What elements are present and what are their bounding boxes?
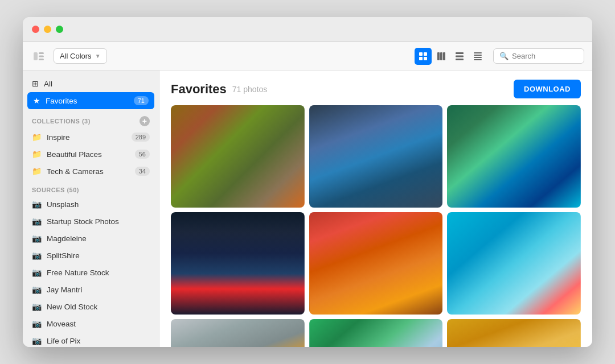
color-filter-label: All Colors — [60, 52, 92, 60]
view-grid-small-button[interactable] — [451, 48, 468, 65]
sidebar-item-life-of-pix[interactable]: 📷 Life of Pix — [23, 332, 159, 347]
chevron-down-icon: ▼ — [95, 53, 101, 59]
sidebar-item-inspire[interactable]: 📁 Inspire 289 — [23, 129, 159, 146]
svg-rect-14 — [474, 52, 482, 53]
sidebar-item-jay-mantri[interactable]: 📷 Jay Mantri — [23, 281, 159, 298]
camera-icon: 📷 — [32, 336, 42, 345]
tech-cameras-label: Tech & Cameras — [47, 167, 130, 176]
page-title: Favorites — [171, 82, 227, 97]
folder-icon: 📁 — [32, 133, 42, 142]
photo-item[interactable] — [447, 212, 581, 315]
photo-thumbnail — [309, 319, 443, 347]
view-grid-large-button[interactable] — [415, 48, 432, 65]
sidebar-all-label: All — [44, 80, 150, 88]
svg-rect-6 — [419, 57, 423, 60]
camera-icon: 📷 — [32, 251, 42, 260]
photo-item[interactable] — [309, 319, 443, 347]
collections-header: COLLECTIONS (3) + — [23, 109, 159, 129]
page-subtitle: 71 photos — [232, 85, 268, 94]
photo-item[interactable] — [171, 105, 305, 208]
sidebar-toggle-button[interactable] — [31, 48, 47, 64]
photo-item[interactable] — [171, 319, 305, 347]
svg-rect-17 — [474, 59, 482, 60]
toolbar: All Colors ▼ — [23, 42, 592, 71]
window-controls — [32, 26, 63, 33]
view-controls — [415, 48, 486, 65]
sidebar-item-free-nature[interactable]: 📷 Free Nature Stock — [23, 264, 159, 281]
camera-icon: 📷 — [32, 217, 42, 226]
main-header: Favorites 71 photos DOWNLOAD — [159, 71, 592, 105]
camera-icon: 📷 — [32, 285, 42, 294]
download-button[interactable]: DOWNLOAD — [514, 80, 581, 98]
beautiful-places-label: Beautiful Places — [47, 150, 130, 159]
sidebar-item-favorites[interactable]: ★ Favorites 71 — [27, 92, 154, 109]
photo-item[interactable] — [309, 212, 443, 315]
sidebar-item-moveast[interactable]: 📷 Moveast — [23, 315, 159, 332]
camera-icon: 📷 — [32, 268, 42, 277]
svg-rect-11 — [456, 52, 464, 54]
camera-icon: 📷 — [32, 319, 42, 328]
sidebar-item-splitshire[interactable]: 📷 SplitShire — [23, 247, 159, 264]
sidebar-favorites-label: Favorites — [46, 97, 129, 105]
svg-rect-0 — [34, 52, 38, 60]
beautiful-places-badge: 56 — [135, 150, 150, 159]
sidebar-item-beautiful-places[interactable]: 📁 Beautiful Places 56 — [23, 146, 159, 163]
svg-rect-8 — [437, 52, 440, 60]
search-icon: 🔍 — [499, 52, 509, 60]
main-content: Favorites 71 photos DOWNLOAD — [159, 71, 592, 347]
photo-item[interactable] — [447, 319, 581, 347]
camera-icon: 📷 — [32, 302, 42, 311]
svg-rect-3 — [39, 59, 44, 60]
sidebar-item-new-old-stock[interactable]: 📷 New Old Stock — [23, 298, 159, 315]
svg-rect-7 — [424, 57, 427, 60]
photo-item[interactable] — [171, 212, 305, 315]
folder-icon: 📁 — [32, 150, 42, 159]
minimize-button[interactable] — [44, 26, 51, 33]
photo-thumbnail — [171, 105, 305, 208]
photo-thumbnail — [309, 212, 443, 315]
camera-icon: 📷 — [32, 200, 42, 209]
favorites-badge: 71 — [134, 96, 149, 105]
svg-rect-16 — [474, 57, 482, 58]
svg-rect-12 — [456, 55, 464, 57]
sidebar-item-magdeleine[interactable]: 📷 Magdeleine — [23, 230, 159, 247]
photo-thumbnail — [447, 319, 581, 347]
camera-icon: 📷 — [32, 234, 42, 243]
photo-item[interactable] — [309, 105, 443, 208]
color-filter-dropdown[interactable]: All Colors ▼ — [54, 48, 107, 64]
svg-rect-10 — [443, 52, 445, 60]
content-area: ⊞ All ★ Favorites 71 COLLECTIONS (3) + 📁… — [23, 71, 592, 347]
star-icon: ★ — [33, 96, 40, 105]
photo-grid — [159, 105, 592, 347]
grid-icon: ⊞ — [32, 79, 39, 88]
photo-thumbnail — [171, 319, 305, 347]
tech-cameras-badge: 34 — [135, 167, 150, 176]
sidebar-item-startup-stock[interactable]: 📷 Startup Stock Photos — [23, 213, 159, 230]
sidebar-item-tech-cameras[interactable]: 📁 Tech & Cameras 34 — [23, 163, 159, 180]
add-collection-button[interactable]: + — [140, 116, 150, 126]
search-input[interactable] — [512, 52, 578, 60]
inspire-label: Inspire — [47, 133, 126, 142]
photo-thumbnail — [447, 212, 581, 315]
sources-header: SOURCES (50) — [23, 180, 159, 196]
inspire-badge: 289 — [132, 133, 150, 142]
view-list-button[interactable] — [469, 48, 486, 65]
photo-thumbnail — [447, 105, 581, 208]
close-button[interactable] — [32, 26, 39, 33]
maximize-button[interactable] — [56, 26, 63, 33]
titlebar — [23, 17, 592, 42]
folder-icon: 📁 — [32, 167, 42, 176]
svg-rect-4 — [419, 52, 423, 56]
sidebar-item-all[interactable]: ⊞ All — [23, 75, 159, 92]
view-grid-medium-button[interactable] — [433, 48, 450, 65]
svg-rect-2 — [39, 55, 44, 57]
main-window: All Colors ▼ — [23, 17, 592, 347]
photo-thumbnail — [309, 105, 443, 208]
svg-rect-15 — [474, 55, 482, 56]
search-box: 🔍 — [493, 48, 584, 64]
svg-rect-13 — [456, 59, 464, 60]
sidebar-item-unsplash[interactable]: 📷 Unsplash — [23, 196, 159, 213]
photo-item[interactable] — [447, 105, 581, 208]
sidebar: ⊞ All ★ Favorites 71 COLLECTIONS (3) + 📁… — [23, 71, 159, 347]
photo-thumbnail — [171, 212, 305, 315]
